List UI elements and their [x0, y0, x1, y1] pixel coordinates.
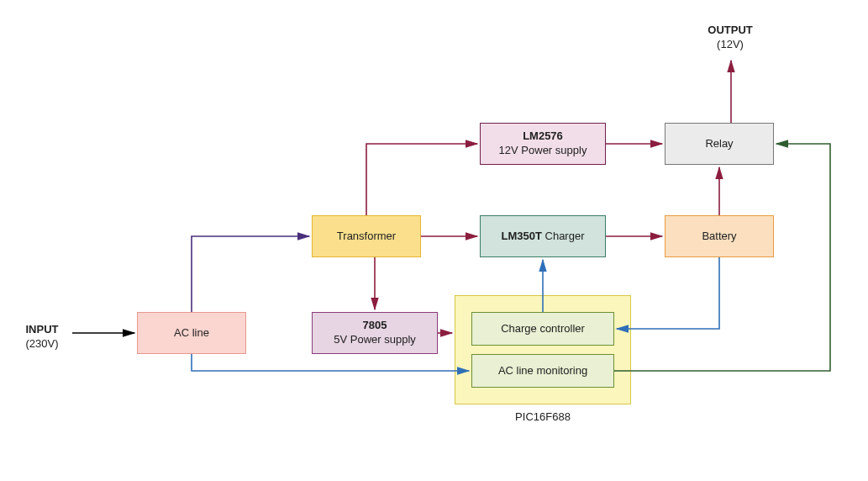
- arrow-acline-to-transformer: [192, 236, 309, 312]
- block-lm2576-sub: 12V Power supply: [499, 144, 587, 158]
- block-7805: 7805 5V Power supply: [312, 312, 438, 354]
- block-charge-controller: Charge controller: [471, 312, 614, 346]
- block-transformer-label: Transformer: [337, 230, 396, 244]
- block-lm2576: LM2576 12V Power supply: [480, 123, 606, 165]
- block-lm350t: LM350T Charger: [480, 215, 606, 257]
- block-lm350t-line: LM350T Charger: [502, 230, 585, 244]
- block-transformer: Transformer: [312, 215, 421, 257]
- block-ac-line-label: AC line: [174, 326, 209, 341]
- block-lm2576-bold: LM2576: [523, 130, 563, 144]
- block-lm350t-rest: Charger: [542, 230, 585, 242]
- block-lm350t-bold: LM350T: [502, 230, 542, 242]
- pic-caption: PIC16F688: [455, 410, 631, 425]
- block-7805-sub: 5V Power supply: [334, 333, 416, 347]
- block-7805-bold: 7805: [363, 319, 387, 333]
- arrow-transformer-to-lm2576: [366, 144, 477, 215]
- input-label-title: INPUT: [17, 323, 67, 337]
- input-label: INPUT (230V): [17, 323, 67, 352]
- block-ac-line-monitoring-label: AC line monitoring: [498, 364, 587, 378]
- output-label-sub: (12V): [701, 38, 760, 52]
- input-label-sub: (230V): [17, 337, 67, 352]
- block-battery-label: Battery: [702, 230, 736, 244]
- pic-caption-text: PIC16F688: [515, 410, 571, 423]
- block-charge-controller-label: Charge controller: [501, 322, 585, 336]
- block-ac-line: AC line: [137, 312, 246, 354]
- arrow-battery-to-chargectl: [617, 257, 719, 329]
- arrow-acline-to-monitoring: [192, 354, 469, 371]
- block-relay-label: Relay: [705, 137, 733, 151]
- output-label-title: OUTPUT: [701, 24, 760, 38]
- arrow-monitoring-to-relay: [614, 144, 830, 371]
- block-battery: Battery: [665, 215, 774, 257]
- output-label: OUTPUT (12V): [701, 24, 760, 52]
- block-relay: Relay: [665, 123, 774, 165]
- block-ac-line-monitoring: AC line monitoring: [471, 354, 614, 388]
